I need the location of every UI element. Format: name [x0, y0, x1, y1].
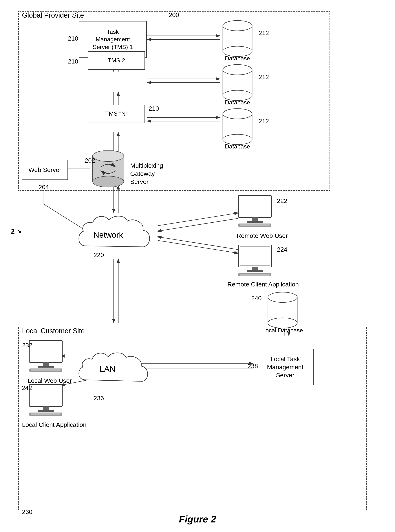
svg-rect-74 [31, 369, 60, 371]
ref-202: 202 [85, 157, 95, 164]
svg-text:LAN: LAN [99, 364, 115, 373]
remote-client-label: Remote Client Application [227, 281, 299, 288]
svg-rect-78 [38, 410, 54, 412]
ref-220: 220 [93, 251, 104, 259]
svg-point-37 [223, 21, 252, 31]
svg-line-22 [158, 240, 238, 253]
local-database: Local Database [262, 292, 303, 334]
ref-236: 236 [93, 394, 104, 402]
svg-rect-70 [31, 342, 61, 361]
ref-210-tms2: 210 [68, 58, 78, 65]
svg-rect-72 [38, 366, 54, 368]
database1: Database [222, 20, 253, 62]
figure-number: 2 ➘ [11, 227, 22, 235]
svg-text:Network: Network [93, 230, 123, 239]
tmsn-box: TMS "N" [88, 105, 145, 123]
svg-line-21 [157, 218, 238, 231]
remote-client-monitor [236, 244, 273, 279]
svg-line-20 [158, 213, 238, 226]
svg-rect-76 [31, 386, 61, 405]
svg-rect-58 [240, 197, 270, 216]
local-client-monitor [27, 383, 64, 418]
ref-238: 238 [247, 362, 258, 370]
svg-point-87 [268, 292, 297, 302]
database3: Database [222, 108, 253, 150]
svg-rect-59 [252, 217, 258, 221]
svg-rect-65 [252, 267, 258, 270]
local-web-user-monitor [27, 339, 64, 374]
svg-point-54 [93, 176, 124, 187]
ref-212-db1: 212 [258, 29, 269, 37]
ref-212-db3: 212 [258, 117, 269, 125]
svg-point-49 [223, 109, 252, 119]
ref-240: 240 [251, 294, 262, 302]
global-provider-label: Global Provider Site [22, 11, 84, 19]
local-customer-label: Local Customer Site [22, 327, 85, 335]
svg-rect-68 [240, 274, 269, 276]
ref-204: 204 [38, 183, 49, 191]
ref-242: 242 [22, 384, 32, 391]
local-client-label: Local Client Application [22, 421, 87, 428]
svg-rect-64 [240, 246, 270, 266]
tms2-box: TMS 2 [88, 51, 145, 70]
local-customer-box [18, 327, 367, 510]
database2: Database [222, 64, 253, 106]
ref-210-tms1: 210 [68, 35, 78, 42]
figure-caption: Figure 2 [179, 514, 216, 525]
svg-rect-66 [247, 270, 263, 272]
network-cloud: Network [71, 205, 163, 265]
svg-rect-60 [247, 221, 263, 223]
web-server-box: Web Server [22, 160, 68, 180]
ref-200: 200 [169, 11, 179, 18]
svg-line-23 [157, 237, 238, 249]
svg-rect-77 [43, 406, 49, 410]
svg-rect-62 [240, 224, 269, 226]
ref-210-tmsn: 210 [148, 105, 159, 112]
gateway-server [90, 150, 126, 192]
gateway-label: Multiplexing Gateway Server [130, 161, 163, 186]
diagram-container: Global Provider Site 200 2 ➘ Task Manage… [0, 0, 395, 532]
local-web-user-label: Local Web User [27, 377, 72, 384]
ref-222: 222 [277, 197, 287, 205]
svg-point-43 [223, 65, 252, 75]
local-tms-box: Local Task Management Server [257, 349, 313, 385]
svg-rect-80 [31, 413, 60, 415]
svg-point-55 [93, 150, 124, 161]
remote-web-user-label: Remote Web User [236, 232, 288, 239]
ref-232: 232 [22, 342, 33, 349]
ref-230: 230 [22, 508, 33, 515]
ref-212-db2: 212 [258, 73, 269, 81]
svg-rect-71 [43, 362, 49, 366]
lan-cloud: LAN [71, 343, 163, 395]
ref-224: 224 [277, 246, 287, 253]
remote-web-user-monitor [236, 194, 273, 229]
